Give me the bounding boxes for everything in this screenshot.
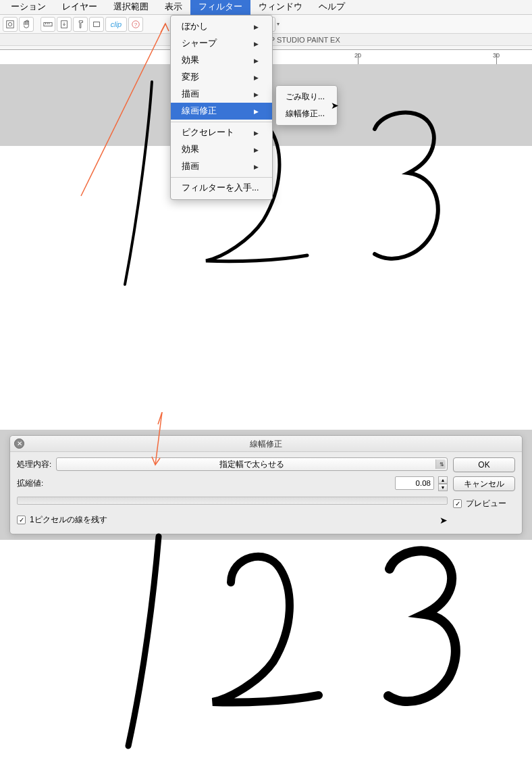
menu-layer[interactable]: レイヤー bbox=[54, 0, 105, 15]
filter-blur[interactable]: ぼかし▶ bbox=[171, 18, 272, 35]
mouse-cursor-icon: ➤ bbox=[331, 100, 339, 111]
svg-line-11 bbox=[81, 24, 165, 196]
chevron-right-icon: ▶ bbox=[254, 130, 259, 136]
canvas-after[interactable] bbox=[0, 540, 532, 756]
filter-pixelate[interactable]: ピクセレート▶ bbox=[171, 124, 272, 141]
keep-1px-label: 1ピクセルの線を残す bbox=[30, 514, 107, 526]
scale-input[interactable] bbox=[395, 476, 434, 490]
submenubtn-dust-clean[interactable]: ごみ取り... bbox=[276, 89, 337, 105]
hand-icon[interactable] bbox=[19, 17, 34, 32]
ruler-tick: 30 bbox=[493, 52, 500, 59]
drawn-digit-3-thick bbox=[375, 543, 483, 726]
submenubtn-line-width-correct[interactable]: 線幅修正... bbox=[276, 105, 337, 122]
step-down-icon[interactable]: ▼ bbox=[438, 484, 448, 491]
filter-effect[interactable]: 効果▶ bbox=[171, 52, 272, 69]
filter-transform[interactable]: 変形▶ bbox=[171, 69, 272, 86]
line-width-dialog: ✕ 線幅修正 処理内容: 指定幅で太らせる ⇅ 拡縮値: ▲ bbox=[9, 435, 523, 534]
process-label: 処理内容: bbox=[17, 459, 52, 470]
ruler-icon[interactable] bbox=[41, 17, 55, 32]
arrow-down-icon[interactable] bbox=[57, 17, 72, 32]
scale-label: 拡縮値: bbox=[17, 478, 52, 488]
svg-rect-0 bbox=[7, 20, 14, 28]
close-icon[interactable]: ✕ bbox=[14, 438, 24, 449]
cancel-button[interactable]: キャンセル bbox=[453, 476, 515, 491]
step-up-icon[interactable]: ▲ bbox=[438, 476, 448, 484]
dialog-title: ✕ 線幅修正 bbox=[10, 436, 522, 452]
fit-view-icon[interactable] bbox=[3, 17, 18, 32]
mouse-cursor-icon: ➤ bbox=[440, 515, 448, 526]
scale-stepper[interactable]: ▲ ▼ bbox=[438, 476, 448, 490]
chevron-right-icon: ▶ bbox=[254, 74, 259, 81]
scale-slider[interactable] bbox=[17, 497, 448, 505]
chevron-right-icon: ▶ bbox=[254, 164, 259, 170]
chevron-right-icon: ▶ bbox=[254, 57, 259, 64]
filter-draw2[interactable]: 描画▶ bbox=[171, 158, 272, 175]
filter-menu: ぼかし▶ シャープ▶ 効果▶ 変形▶ 描画▶ 線画修正▶ ピクセレート▶ 効果▶… bbox=[170, 15, 273, 200]
ok-button[interactable]: OK bbox=[453, 457, 515, 472]
keep-1px-checkbox[interactable]: ✓ bbox=[17, 516, 26, 524]
chevron-right-icon: ▶ bbox=[254, 41, 259, 47]
menu-view[interactable]: 表示 bbox=[157, 0, 190, 15]
menu-help[interactable]: ヘルプ bbox=[311, 0, 353, 15]
drawn-digit-3 bbox=[361, 105, 462, 281]
svg-line-12 bbox=[155, 412, 162, 465]
chevron-right-icon: ▶ bbox=[254, 91, 259, 98]
drawn-digit-2-thick bbox=[203, 543, 331, 726]
menu-animation[interactable]: ーション bbox=[3, 0, 54, 15]
menu-selection[interactable]: 選択範囲 bbox=[105, 0, 157, 15]
svg-point-1 bbox=[8, 22, 11, 26]
filter-line-correction[interactable]: 線画修正▶ bbox=[171, 103, 272, 120]
menu-separator bbox=[171, 122, 272, 122]
menubar: ーション レイヤー 選択範囲 表示 フィルター ウィンドウ ヘルプ bbox=[0, 0, 532, 15]
menu-window[interactable]: ウィンドウ bbox=[250, 0, 311, 15]
filter-sharpen[interactable]: シャープ▶ bbox=[171, 35, 272, 52]
preview-label: プレビュー bbox=[466, 498, 506, 509]
svg-rect-2 bbox=[44, 22, 52, 26]
filter-effect2[interactable]: 効果▶ bbox=[171, 141, 272, 158]
drawn-digit-1-thick bbox=[118, 533, 179, 756]
chevron-updown-icon: ⇅ bbox=[440, 461, 444, 468]
chevron-right-icon: ▶ bbox=[254, 108, 259, 115]
filter-draw[interactable]: 描画▶ bbox=[171, 86, 272, 103]
chevron-right-icon: ▶ bbox=[254, 24, 259, 30]
dialog-backdrop: ✕ 線幅修正 処理内容: 指定幅で太らせる ⇅ 拡縮値: ▲ bbox=[0, 430, 532, 756]
filter-get-filters[interactable]: フィルターを入手... bbox=[171, 180, 272, 197]
process-select[interactable]: 指定幅で太らせる ⇅ bbox=[56, 457, 448, 471]
chevron-right-icon: ▶ bbox=[254, 147, 259, 153]
ruler-tick: 20 bbox=[354, 52, 361, 59]
menu-separator bbox=[171, 177, 272, 178]
line-correction-submenu: ごみ取り... 線幅修正... bbox=[275, 85, 338, 126]
preview-checkbox[interactable]: ✓ bbox=[453, 499, 462, 508]
menu-filter[interactable]: フィルター bbox=[190, 0, 250, 15]
